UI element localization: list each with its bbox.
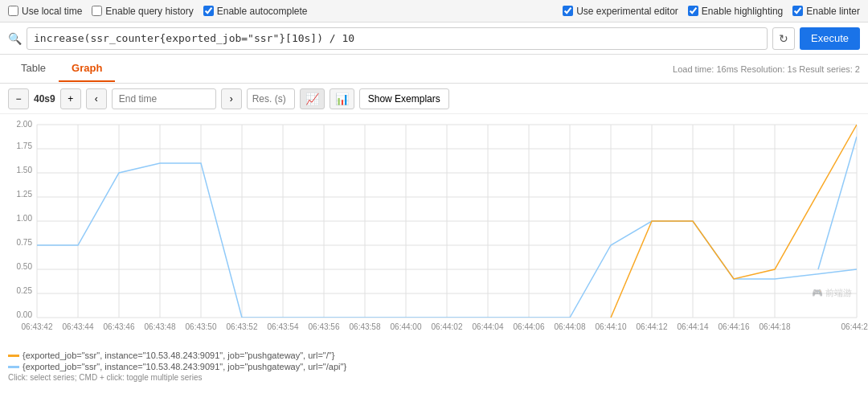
- enable-highlighting-label: Enable highlighting: [702, 6, 783, 17]
- svg-text:1.50: 1.50: [17, 166, 33, 174]
- svg-text:06:44:16: 06:44:16: [719, 322, 750, 331]
- svg-text:06:44:20: 06:44:20: [841, 322, 868, 331]
- top-bar-left: Use local time Enable query history Enab…: [8, 6, 308, 17]
- tab-graph[interactable]: Graph: [59, 55, 115, 82]
- svg-text:0.50: 0.50: [17, 262, 33, 271]
- svg-text:06:43:56: 06:43:56: [309, 322, 340, 331]
- legend-text-2: {exported_job="ssr", instance="10.53.48.…: [23, 362, 346, 371]
- svg-text:2.00: 2.00: [17, 120, 33, 129]
- svg-text:06:44:10: 06:44:10: [596, 322, 627, 331]
- svg-text:1.00: 1.00: [17, 214, 33, 223]
- enable-autocomplete-label: Enable autocomplete: [217, 6, 308, 17]
- legend-item-2[interactable]: {exported_job="ssr", instance="10.53.48.…: [8, 362, 860, 371]
- search-icon: 🔍: [8, 32, 22, 45]
- use-local-time-checkbox[interactable]: Use local time: [8, 6, 82, 17]
- svg-text:1.75: 1.75: [17, 141, 33, 150]
- execute-button[interactable]: Execute: [800, 27, 860, 50]
- svg-text:06:43:52: 06:43:52: [227, 322, 258, 331]
- svg-text:06:44:06: 06:44:06: [514, 322, 545, 331]
- enable-query-history-input[interactable]: [92, 6, 102, 16]
- enable-linter-label: Enable linter: [806, 6, 860, 17]
- use-experimental-editor-input[interactable]: [563, 6, 573, 16]
- chart-area: 0.00 0.25 0.50 0.75 1.00 1.25 1.50 1.75 …: [0, 114, 868, 347]
- legend-hint: Click: select series; CMD + click: toggl…: [8, 373, 860, 382]
- legend: {exported_job="ssr", instance="10.53.48.…: [0, 347, 868, 385]
- svg-text:06:43:50: 06:43:50: [186, 322, 217, 331]
- svg-text:0.00: 0.00: [17, 310, 33, 319]
- legend-item-1[interactable]: {exported_job="ssr", instance="10.53.48.…: [8, 351, 860, 360]
- svg-text:06:43:48: 06:43:48: [145, 322, 176, 331]
- query-input[interactable]: [27, 27, 768, 50]
- refresh-button[interactable]: ↻: [772, 27, 795, 50]
- svg-text:06:43:42: 06:43:42: [22, 322, 53, 331]
- chart-svg: 0.00 0.25 0.50 0.75 1.00 1.25 1.50 1.75 …: [6, 121, 860, 350]
- graph-controls: − 40s9 + ‹ › 📈 📊 Show Exemplars: [0, 84, 868, 114]
- time-forward-button[interactable]: ›: [221, 88, 242, 109]
- stacked-chart-button[interactable]: 📊: [330, 88, 354, 109]
- use-local-time-label: Use local time: [22, 6, 82, 17]
- tab-meta: Load time: 16ms Resolution: 1s Result se…: [673, 64, 860, 74]
- svg-text:06:44:18: 06:44:18: [760, 322, 791, 331]
- svg-text:06:44:14: 06:44:14: [678, 322, 709, 331]
- svg-text:0.75: 0.75: [17, 238, 33, 247]
- legend-text-1: {exported_job="ssr", instance="10.53.48.…: [23, 351, 334, 360]
- svg-text:06:43:54: 06:43:54: [268, 322, 299, 331]
- enable-autocomplete-checkbox[interactable]: Enable autocomplete: [203, 6, 308, 17]
- svg-text:06:43:44: 06:43:44: [63, 322, 94, 331]
- svg-text:06:44:08: 06:44:08: [555, 322, 586, 331]
- legend-color-1: [8, 355, 19, 357]
- end-time-input[interactable]: [112, 88, 216, 109]
- tabs-bar: Table Graph Load time: 16ms Resolution: …: [0, 55, 868, 84]
- svg-text:06:43:58: 06:43:58: [350, 322, 381, 331]
- range-increase-button[interactable]: +: [60, 88, 81, 109]
- legend-color-2: [8, 366, 19, 368]
- show-exemplars-button[interactable]: Show Exemplars: [359, 88, 449, 109]
- query-bar: 🔍 ↻ Execute: [0, 23, 868, 55]
- svg-text:1.25: 1.25: [17, 190, 33, 199]
- enable-highlighting-input[interactable]: [688, 6, 698, 16]
- svg-text:06:44:12: 06:44:12: [637, 322, 668, 331]
- resolution-input[interactable]: [247, 88, 295, 109]
- range-decrease-button[interactable]: −: [8, 88, 29, 109]
- enable-highlighting-checkbox[interactable]: Enable highlighting: [688, 6, 783, 17]
- use-experimental-editor-checkbox[interactable]: Use experimental editor: [563, 6, 678, 17]
- enable-query-history-label: Enable query history: [105, 6, 193, 17]
- enable-query-history-checkbox[interactable]: Enable query history: [92, 6, 193, 17]
- svg-text:06:44:04: 06:44:04: [473, 322, 504, 331]
- watermark: 🎮 前端游: [812, 287, 852, 299]
- range-label: 40s9: [34, 93, 55, 105]
- enable-linter-checkbox[interactable]: Enable linter: [792, 6, 860, 17]
- svg-text:06:43:46: 06:43:46: [104, 322, 135, 331]
- enable-linter-input[interactable]: [792, 6, 803, 16]
- svg-text:0.25: 0.25: [17, 286, 33, 295]
- top-bar-right: Use experimental editor Enable highlight…: [563, 6, 860, 17]
- svg-text:06:44:00: 06:44:00: [391, 322, 422, 331]
- tab-table[interactable]: Table: [8, 55, 59, 82]
- svg-text:06:44:02: 06:44:02: [432, 322, 463, 331]
- use-experimental-editor-label: Use experimental editor: [576, 6, 678, 17]
- top-toolbar: Use local time Enable query history Enab…: [0, 0, 868, 23]
- enable-autocomplete-input[interactable]: [203, 6, 214, 16]
- time-back-button[interactable]: ‹: [86, 88, 107, 109]
- use-local-time-input[interactable]: [8, 6, 18, 16]
- line-chart-button[interactable]: 📈: [300, 88, 325, 109]
